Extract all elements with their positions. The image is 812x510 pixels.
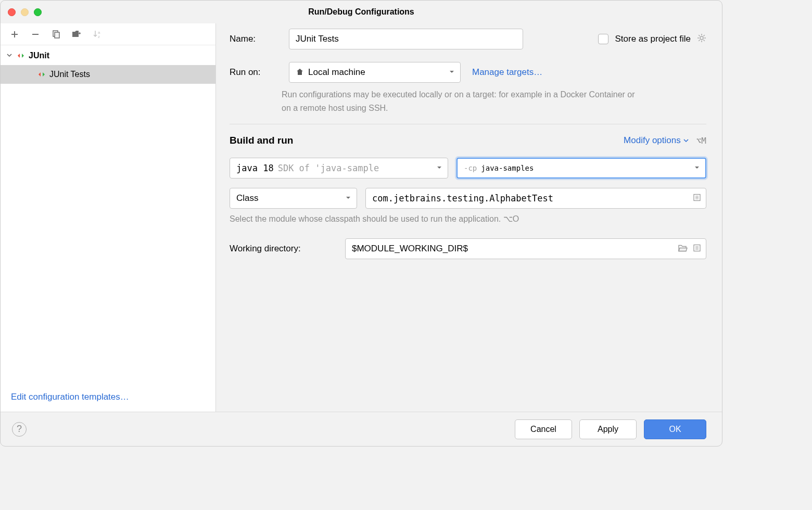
scope-combo[interactable]: Class — [230, 188, 357, 209]
sidebar: az JUnit JUnit Tests Edit configurat — [1, 23, 216, 412]
help-button[interactable]: ? — [12, 422, 27, 437]
module-hint: Select the module whose classpath should… — [230, 214, 706, 224]
runon-combo[interactable]: Local machine — [289, 62, 461, 83]
save-config-button[interactable] — [71, 29, 83, 40]
checkbox-icon — [598, 34, 608, 44]
home-icon — [296, 68, 304, 78]
add-config-button[interactable] — [9, 29, 20, 40]
store-as-project-checkbox[interactable]: Store as project file — [598, 33, 706, 45]
remove-config-button[interactable] — [30, 29, 41, 40]
jdk-combo[interactable]: java 18 SDK of 'java-sample — [230, 158, 448, 178]
svg-line-13 — [704, 35, 705, 36]
main-panel: Name: Store as project file Run on: Loca… — [216, 23, 722, 412]
edit-templates-link[interactable]: Edit configuration templates… — [11, 392, 129, 402]
sidebar-toolbar: az — [1, 23, 215, 45]
maximize-window-button[interactable] — [34, 8, 42, 16]
manage-targets-link[interactable]: Manage targets… — [472, 67, 542, 78]
folder-open-icon[interactable] — [678, 244, 688, 254]
svg-rect-0 — [32, 34, 39, 35]
cp-value: java-samples — [481, 164, 534, 172]
traffic-lights — [8, 8, 42, 16]
config-tree: JUnit JUnit Tests — [1, 45, 215, 382]
list-icon[interactable] — [693, 244, 701, 254]
chevron-down-icon — [6, 52, 13, 60]
junit-icon — [37, 70, 46, 79]
minus-icon — [31, 30, 40, 39]
chevron-down-icon — [694, 164, 700, 172]
chevron-down-icon — [449, 68, 455, 76]
tree-item-junit-tests[interactable]: JUnit Tests — [1, 65, 215, 84]
classpath-combo[interactable]: -cp java-samples — [456, 158, 706, 178]
copy-config-button[interactable] — [50, 29, 62, 40]
cancel-button[interactable]: Cancel — [515, 419, 572, 439]
sort-icon: az — [93, 30, 103, 39]
scope-value: Class — [236, 193, 259, 203]
copy-icon — [52, 30, 61, 39]
working-dir-input[interactable] — [345, 238, 706, 259]
build-run-title: Build and run — [230, 135, 293, 146]
list-icon[interactable] — [693, 194, 701, 203]
sort-config-button[interactable]: az — [92, 29, 104, 40]
separator — [230, 124, 706, 124]
junit-icon — [16, 51, 26, 60]
modify-shortcut: ⌥M — [696, 136, 706, 146]
modify-options-link[interactable]: Modify options — [624, 135, 689, 146]
svg-line-10 — [699, 35, 700, 36]
jdk-main: java 18 — [236, 163, 274, 173]
gear-icon[interactable] — [697, 33, 706, 45]
cp-flag: -cp — [464, 164, 477, 172]
store-label: Store as project file — [615, 34, 691, 44]
runon-label: Run on: — [230, 67, 277, 78]
close-window-button[interactable] — [8, 8, 16, 16]
svg-line-12 — [699, 40, 700, 41]
name-input[interactable] — [289, 29, 523, 49]
titlebar: Run/Debug Configurations — [1, 1, 722, 23]
chevron-down-icon — [345, 194, 351, 202]
window-title: Run/Debug Configurations — [1, 7, 722, 17]
ok-button[interactable]: OK — [644, 419, 706, 439]
dialog-footer: ? Cancel Apply OK — [1, 412, 722, 446]
runon-description: Run configurations may be executed local… — [282, 88, 636, 114]
folder-icon — [72, 30, 82, 39]
apply-button[interactable]: Apply — [579, 419, 637, 439]
svg-point-5 — [700, 36, 703, 40]
svg-text:z: z — [98, 34, 100, 39]
plus-icon — [10, 30, 19, 39]
jdk-sub: SDK of 'java-sample — [278, 163, 379, 173]
runon-value: Local machine — [308, 67, 365, 78]
svg-line-11 — [704, 40, 705, 41]
minimize-window-button — [21, 8, 29, 16]
tree-group-label: JUnit — [29, 51, 49, 60]
working-dir-label: Working directory: — [230, 244, 334, 254]
chevron-down-icon — [683, 137, 689, 144]
svg-rect-2 — [55, 32, 59, 38]
chevron-down-icon — [436, 164, 442, 172]
class-input[interactable] — [365, 188, 706, 209]
tree-group-junit[interactable]: JUnit — [1, 46, 215, 65]
name-label: Name: — [230, 34, 277, 44]
tree-item-label: JUnit Tests — [49, 70, 90, 79]
